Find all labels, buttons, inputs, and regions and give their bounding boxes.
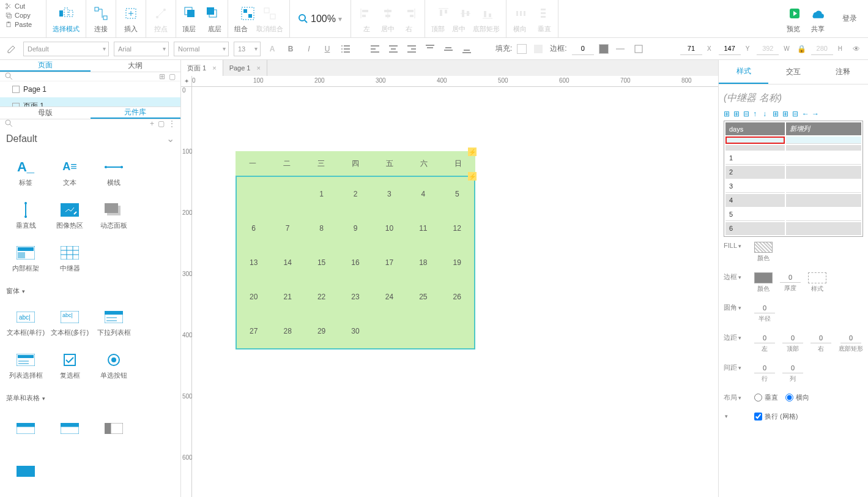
lib-item[interactable]: abc|文本框(多行) [48, 302, 92, 345]
tab-outline[interactable]: 大纲 [91, 60, 181, 72]
page-item[interactable]: Page 1 [0, 81, 180, 97]
spacing-col-input[interactable]: 0 [782, 363, 803, 373]
select-mode-icon[interactable] [57, 5, 75, 22]
border-width-input[interactable] [572, 43, 594, 55]
mini-btn[interactable]: ⊟ [792, 110, 801, 118]
doc-tab[interactable]: 页面 1× [181, 60, 223, 76]
lib-item[interactable]: 下拉列表框 [92, 302, 136, 345]
align-right-text-icon[interactable] [405, 42, 418, 56]
margin-left-input[interactable]: 0 [754, 333, 775, 343]
valign-mid-icon[interactable] [442, 42, 455, 56]
weight-select[interactable]: Normal [174, 42, 229, 56]
lib-item[interactable] [4, 452, 48, 495]
widget-name-input[interactable]: (中继器 名称) [724, 89, 863, 107]
visibility-icon[interactable]: 👁 [850, 42, 863, 56]
lib-title[interactable]: Default [0, 128, 180, 149]
fill-swatch[interactable] [517, 44, 527, 54]
spacing-row-input[interactable]: 0 [754, 363, 775, 373]
lib-item[interactable]: 列表选择框 [4, 345, 48, 387]
x-input[interactable] [680, 43, 702, 55]
layout-horizontal-radio[interactable]: 横向 [785, 393, 809, 402]
mini-btn[interactable]: ↑ [753, 110, 762, 118]
page-search-input[interactable] [17, 72, 155, 81]
add-page-icon[interactable]: ⊞ [159, 72, 165, 81]
lib-item[interactable]: 内部框架 [4, 237, 48, 280]
send-back-icon[interactable] [204, 5, 221, 22]
size-select[interactable]: 13 [234, 42, 261, 56]
tab-interact[interactable]: 交互 [768, 60, 818, 84]
mini-btn[interactable]: ↓ [763, 110, 771, 118]
doc-tab[interactable]: Page 1× [223, 60, 267, 76]
tab-library[interactable]: 元件库 [91, 107, 181, 119]
style-select[interactable]: Default [23, 42, 109, 56]
paste-button[interactable]: Paste [5, 21, 41, 28]
valign-bot-icon[interactable] [460, 42, 473, 56]
margin-right-input[interactable]: 0 [811, 333, 831, 343]
add-lib-icon[interactable]: + [150, 119, 154, 128]
lib-item[interactable]: 垂直线 [4, 195, 48, 237]
h-input[interactable] [811, 43, 833, 55]
border-thickness-input[interactable]: 0 [780, 272, 801, 283]
bold-button[interactable]: B [284, 42, 297, 56]
mini-btn[interactable]: ⊟ [743, 110, 752, 118]
lib-menu-icon[interactable]: ⋮ [168, 119, 176, 128]
tab-master[interactable]: 母版 [0, 107, 91, 119]
share-button[interactable] [808, 5, 825, 22]
folder-icon[interactable]: ▢ [169, 72, 176, 81]
mini-btn[interactable]: ← [802, 110, 811, 118]
lib-search-input[interactable] [17, 119, 146, 128]
group-icon[interactable] [239, 5, 256, 22]
lib-item[interactable]: 图像热区 [48, 195, 92, 237]
lib-item[interactable]: 复选框 [48, 345, 92, 387]
fill-color-swatch[interactable] [754, 242, 773, 253]
lib-cat-forms[interactable]: 窗体 [0, 283, 180, 299]
calendar-widget[interactable]: ⚡ 一二三四五六日 ⚡ 1234567891011121314151617181… [236, 151, 475, 349]
layout-vertical-radio[interactable]: 垂直 [754, 393, 778, 402]
repeater-data-table[interactable]: days新增列 1 2 3 4 5 6 [724, 121, 863, 237]
lib-item[interactable] [92, 409, 136, 452]
zoom-control[interactable]: 100% ▾ [290, 0, 351, 37]
y-input[interactable] [719, 43, 741, 55]
lib-cat-menus[interactable]: 菜单和表格 [0, 390, 180, 406]
italic-button[interactable]: I [302, 42, 316, 56]
lib-item[interactable]: A≡文本 [48, 152, 92, 195]
lib-item[interactable] [48, 409, 92, 452]
margin-top-input[interactable]: 0 [782, 333, 803, 343]
copy-button[interactable]: Copy [5, 12, 41, 19]
wrap-checkbox[interactable]: 换行 (网格) [754, 412, 798, 421]
lib-item[interactable]: 单选按钮 [92, 345, 136, 387]
bring-front-icon[interactable] [182, 5, 199, 22]
lib-item[interactable]: 中继器 [48, 237, 92, 280]
mini-btn[interactable]: ⊞ [724, 110, 732, 118]
paint-icon[interactable] [5, 42, 18, 56]
underline-button[interactable]: U [321, 42, 334, 56]
w-input[interactable] [757, 43, 779, 55]
mini-btn[interactable]: ⊞ [733, 110, 742, 118]
border-style-icon[interactable] [614, 42, 627, 56]
preview-button[interactable] [786, 5, 803, 22]
lib-item[interactable]: 横线 [92, 152, 136, 195]
align-left-text-icon[interactable] [368, 42, 382, 56]
border-style-swatch[interactable] [808, 272, 826, 283]
mini-btn[interactable]: ⊞ [782, 110, 791, 118]
border-color-swatch[interactable] [754, 272, 773, 283]
canvas[interactable]: ⚡ 一二三四五六日 ⚡ 1234567891011121314151617181… [192, 87, 718, 497]
mini-btn[interactable]: ⊞ [773, 110, 781, 118]
text-color-icon[interactable]: A [265, 42, 279, 56]
tab-style[interactable]: 样式 [719, 60, 768, 84]
bullets-icon[interactable] [339, 42, 352, 56]
mini-btn[interactable]: → [812, 110, 820, 118]
border-swatch[interactable] [599, 44, 609, 54]
border-type-icon[interactable] [632, 42, 645, 56]
lib-item[interactable]: abc|文本框(单行) [4, 302, 48, 345]
radius-input[interactable]: 0 [754, 303, 775, 313]
margin-bottom-input[interactable]: 0 [840, 333, 861, 343]
valign-top-icon[interactable] [423, 42, 437, 56]
connect-icon[interactable] [92, 5, 109, 22]
cut-button[interactable]: Cut [5, 2, 41, 10]
tab-pages[interactable]: 页面 [0, 60, 91, 72]
login-button[interactable]: 登录 [831, 0, 868, 37]
tab-note[interactable]: 注释 [818, 60, 868, 84]
lib-item[interactable] [4, 409, 48, 452]
insert-icon[interactable] [122, 5, 139, 22]
